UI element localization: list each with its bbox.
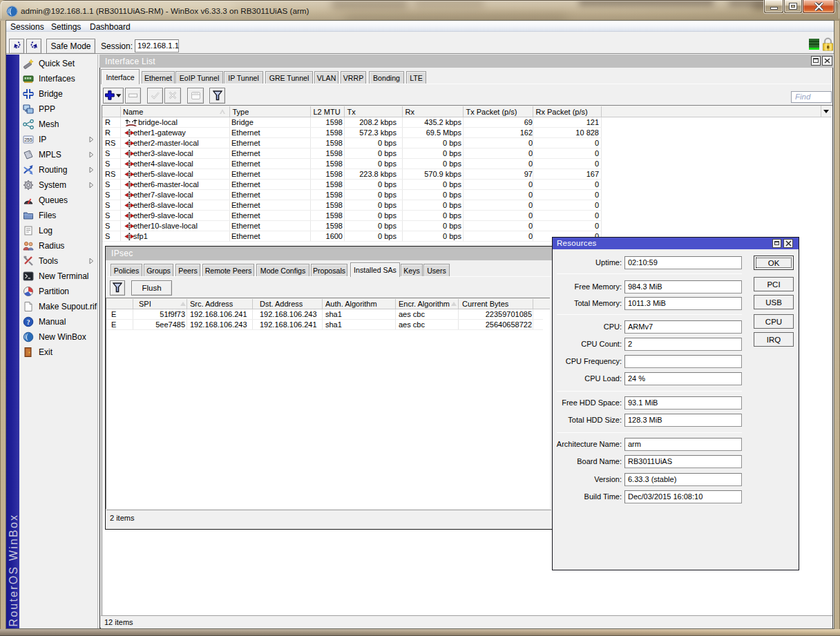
svg-text:255: 255 — [24, 137, 32, 142]
svg-text:?: ? — [27, 318, 30, 326]
